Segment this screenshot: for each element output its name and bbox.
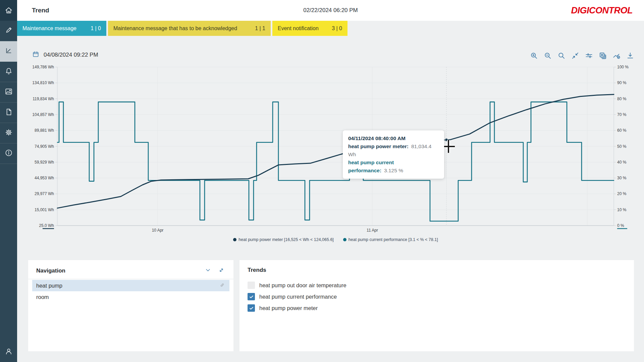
left-axis-label: 149,786 Wh	[32, 65, 54, 69]
tooltip-row: heat pump current performance:3.125 %	[348, 159, 439, 175]
filter-settings-icon[interactable]	[585, 51, 593, 60]
legend-dot	[233, 238, 236, 241]
trend-item-heat-pump-power-meter: heat pump power meter	[248, 302, 634, 314]
right-axis-label: 30 %	[617, 176, 627, 180]
trend-item-heat-pump-current-performance: heat pump current performance	[248, 291, 634, 302]
trend-checkbox[interactable]	[248, 304, 255, 312]
left-axis-label: 59,929 Wh	[35, 160, 54, 165]
content-area: 149,786 Wh100 %134,810 Wh90 %119,834 Wh8…	[17, 36, 644, 362]
chart-toolbar	[530, 51, 635, 60]
notification-count: 1 | 0	[91, 25, 101, 32]
left-axis-label: 44,953 Wh	[35, 176, 54, 180]
right-axis-label: 80 %	[617, 97, 627, 101]
navigation-title: Navigation	[36, 267, 65, 274]
trend-chart[interactable]: 149,786 Wh100 %134,810 Wh90 %119,834 Wh8…	[17, 36, 644, 257]
right-axis-label: 20 %	[617, 191, 627, 196]
sidebar-item-user[interactable]	[0, 341, 17, 362]
image-icon	[4, 87, 13, 97]
sidebar-item-info[interactable]	[0, 143, 17, 164]
trend-icon	[4, 46, 13, 56]
series-power-meter	[57, 95, 614, 208]
right-axis-label: 70 %	[617, 112, 627, 117]
trend-label: heat pump out door air temperature	[259, 282, 346, 289]
right-axis-label: 40 %	[617, 160, 627, 165]
nav-item-label: heat pump	[36, 283, 62, 289]
left-axis-label: 74,905 Wh	[35, 144, 54, 149]
right-axis-label: 100 %	[617, 65, 629, 69]
export-table-icon[interactable]	[598, 51, 607, 60]
download-icon[interactable]	[626, 51, 635, 60]
right-axis-label: 50 %	[617, 144, 627, 149]
chevron-down-icon[interactable]	[205, 267, 211, 275]
legend-item[interactable]: heat pump current performance [3.1 < % <…	[343, 237, 438, 242]
x-axis-label: 11 Apr	[367, 228, 378, 233]
left-axis-label: 15,001 Wh	[35, 207, 54, 212]
chart-start-datetime: 04/08/2024 09:22 PM	[44, 52, 98, 58]
sidebar	[0, 0, 17, 362]
header-bar: Trend 02/22/2024 06:20 PM DIGICONTROL	[17, 0, 644, 21]
tooltip-row: heat pump power meter:81,034.4 Wh	[348, 142, 439, 159]
document-icon	[4, 108, 13, 118]
trend-label: heat pump power meter	[259, 305, 318, 311]
notification-count: 1 | 1	[255, 25, 265, 32]
legend-label: heat pump current performance [3.1 < % <…	[348, 237, 438, 242]
left-axis-label: 134,810 Wh	[32, 80, 54, 85]
notification-label: Maintenance message	[22, 25, 76, 32]
info-icon	[4, 148, 13, 159]
pen-icon	[4, 26, 13, 36]
legend-item[interactable]: heat pump power meter [16,525 < Wh < 124…	[233, 237, 334, 242]
series-performance	[57, 102, 614, 221]
notification-count: 3 | 0	[332, 25, 342, 32]
sidebar-item-trend[interactable]	[0, 41, 17, 62]
chart-date-picker[interactable]: 04/08/2024 09:22 PM	[32, 50, 98, 60]
nav-item-heat-pump[interactable]: heat pump	[32, 280, 229, 291]
trends-panel: Trends heat pump out door air temperatur…	[239, 260, 634, 351]
trends-title: Trends	[248, 267, 266, 274]
sidebar-item-pen[interactable]	[0, 21, 17, 41]
chart-tooltip: 04/11/2024 08:40:00 AM heat pump power m…	[343, 130, 444, 179]
zoom-in-icon[interactable]	[530, 51, 538, 60]
tooltip-timestamp: 04/11/2024 08:40:00 AM	[348, 134, 439, 142]
link-icon	[219, 282, 225, 290]
right-axis-label: 60 %	[617, 128, 627, 133]
bell-icon	[4, 67, 13, 77]
notification-segment-1[interactable]: Maintenance message that has to be ackno…	[108, 21, 271, 36]
notification-label: Maintenance message that has to be ackno…	[113, 25, 237, 32]
left-axis-label: 119,834 Wh	[33, 97, 54, 101]
nav-item-label: room	[36, 294, 49, 300]
trend-checkbox[interactable]	[248, 282, 255, 289]
sidebar-item-gear[interactable]	[0, 123, 17, 143]
sidebar-item-home[interactable]	[0, 0, 17, 21]
right-axis-label: 0 %	[617, 223, 624, 228]
legend-label: heat pump power meter [16,525 < Wh < 124…	[238, 237, 334, 242]
notification-segment-2[interactable]: Event notification 3 | 0	[272, 21, 347, 36]
sidebar-item-document[interactable]	[0, 103, 17, 123]
expand-icon[interactable]	[218, 267, 225, 275]
left-axis-label: 104,857 Wh	[32, 112, 54, 117]
legend-dot	[343, 238, 346, 241]
nav-item-room[interactable]: room	[32, 291, 229, 303]
brand-logo: DIGICONTROL	[571, 0, 633, 21]
zoom-out-icon[interactable]	[543, 51, 552, 60]
navigation-panel: Navigation heat pumproom	[28, 260, 233, 351]
app-window: Trend 02/22/2024 06:20 PM DIGICONTROL Ma…	[0, 0, 644, 362]
trend-item-heat-pump-out-door-air-temperature: heat pump out door air temperature	[248, 280, 634, 291]
trend-checkbox[interactable]	[248, 293, 255, 300]
collapse-icon[interactable]	[571, 51, 580, 60]
calendar-icon	[32, 50, 40, 60]
sidebar-item-image[interactable]	[0, 82, 17, 103]
chart-settings-icon[interactable]	[612, 51, 621, 60]
trend-label: heat pump current performance	[259, 294, 337, 300]
system-datetime: 02/22/2024 06:20 PM	[17, 0, 644, 21]
right-axis-label: 10 %	[617, 207, 627, 212]
x-axis-label: 10 Apr	[152, 228, 164, 233]
left-axis-label: 89,881 Wh	[35, 128, 54, 133]
notification-segment-0[interactable]: Maintenance message 1 | 0	[17, 21, 106, 36]
zoom-reset-icon[interactable]	[557, 51, 566, 60]
notification-label: Event notification	[278, 25, 319, 32]
notification-bar: Maintenance message 1 | 0Maintenance mes…	[17, 21, 347, 36]
chart-legend: heat pump power meter [16,525 < Wh < 124…	[57, 237, 614, 242]
gear-icon	[4, 128, 13, 138]
left-axis-label: 29,977 Wh	[35, 191, 54, 196]
sidebar-item-bell[interactable]	[0, 62, 17, 82]
